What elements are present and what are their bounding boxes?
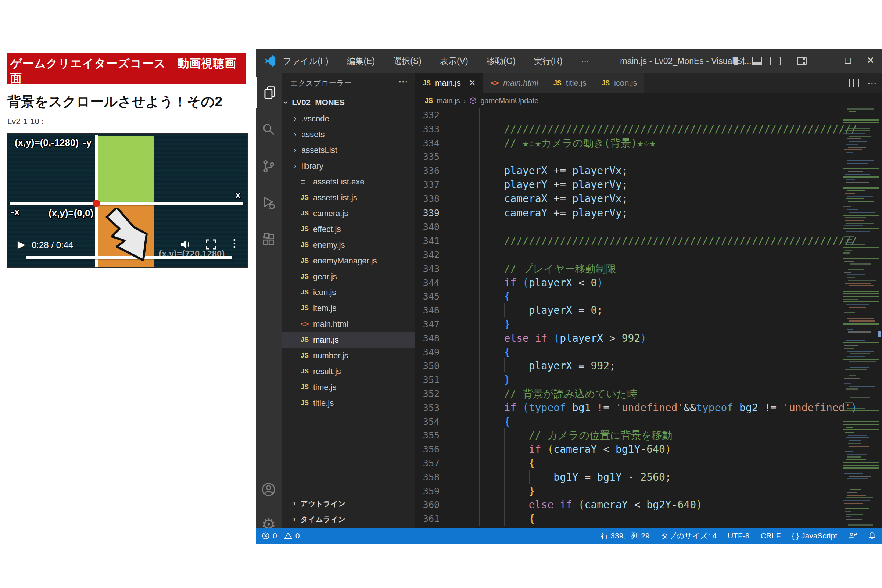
explorer-more-icon[interactable]: ⋯ — [398, 76, 408, 87]
code-line-348[interactable]: 348 else if (playerX > 992) — [415, 332, 882, 345]
scrollbar-thumb[interactable] — [878, 331, 881, 337]
close-tab-icon[interactable]: ✕ — [469, 78, 476, 88]
code-line-341[interactable]: 341 ////////////////////////////////////… — [415, 234, 882, 248]
maximize-button[interactable]: □ — [836, 49, 859, 73]
errors-icon[interactable] — [262, 532, 270, 540]
breadcrumb-file[interactable]: main.js — [436, 97, 460, 105]
file-row-time.js[interactable]: JStime.js — [282, 379, 415, 395]
code-line-337[interactable]: 337 playerY += playerVy; — [415, 178, 882, 192]
breadcrumb[interactable]: JS main.js › gameMainUpdate — [415, 93, 882, 108]
play-button[interactable]: ▶ — [18, 238, 26, 250]
split-editor-icon[interactable] — [849, 79, 859, 87]
file-row-assets[interactable]: ›assets — [282, 126, 415, 142]
file-row-camera.js[interactable]: JScamera.js — [282, 206, 415, 221]
tab-size[interactable]: タブのサイズ: 4 — [661, 531, 717, 541]
notifications-bell-icon[interactable] — [868, 531, 876, 540]
code-line-359[interactable]: 359 } — [415, 484, 882, 498]
tab-title.js[interactable]: JStitle.js — [546, 73, 594, 93]
tab-icon.js[interactable]: JSicon.js — [594, 73, 645, 93]
file-row-.vscode[interactable]: ›.vscode — [282, 111, 415, 126]
file-row-enemy.js[interactable]: JSenemy.js — [282, 237, 415, 253]
customize-layout-icon[interactable] — [797, 57, 807, 65]
code-line-340[interactable]: 340 — [415, 220, 882, 234]
encoding[interactable]: UTF-8 — [728, 531, 750, 540]
code-line-351[interactable]: 351 } — [415, 373, 882, 387]
code-line-350[interactable]: 350 playerX = 992; — [415, 359, 882, 373]
tab-main.js[interactable]: JSmain.js✕ — [415, 73, 483, 93]
toggle-panel-icon[interactable] — [752, 57, 762, 65]
file-row-main.js[interactable]: JSmain.js — [282, 332, 415, 348]
file-row-title.js[interactable]: JStitle.js — [282, 395, 415, 411]
code-line-339[interactable]: 339 cameraY += playerVy; — [415, 206, 882, 220]
run-debug-icon[interactable] — [256, 187, 282, 219]
tab-main.html[interactable]: <>main.html — [483, 73, 546, 93]
code-line-361[interactable]: 361 { — [415, 512, 882, 526]
code-line-334[interactable]: 334 // ★☆★カメラの動き(背景)★☆★ — [415, 136, 882, 150]
code-line-360[interactable]: 360 else if (cameraY < bg2Y-640) — [415, 498, 882, 512]
file-row-assetsList[interactable]: ›assetsList — [282, 142, 415, 158]
timeline-section[interactable]: › タイムライン — [282, 511, 415, 527]
cursor-position[interactable]: 行 339、列 29 — [601, 531, 650, 541]
outline-section[interactable]: › アウトライン — [282, 495, 415, 511]
code-line-352[interactable]: 352 // 背景が読み込めていた時 — [415, 387, 882, 401]
toggle-secondary-sidebar-icon[interactable] — [770, 57, 781, 65]
code-line-354[interactable]: 354 { — [415, 415, 882, 429]
code-line-333[interactable]: 333 ////////////////////////////////////… — [415, 122, 882, 136]
file-row-result.js[interactable]: JSresult.js — [282, 363, 415, 379]
code-line-332[interactable]: 332 — [415, 108, 882, 122]
code-area[interactable]: 332333 /////////////////////////////////… — [415, 108, 882, 528]
minimize-button[interactable]: – — [814, 49, 836, 73]
file-row-library[interactable]: ›library — [282, 158, 415, 174]
code-line-358[interactable]: 358 bg1Y = bg1Y - 2560; — [415, 470, 882, 484]
file-row-number.js[interactable]: JSnumber.js — [282, 348, 415, 363]
feedback-icon[interactable] — [848, 531, 857, 540]
code-line-342[interactable]: 342 — [415, 248, 882, 262]
search-icon[interactable] — [256, 114, 282, 145]
code-line-345[interactable]: 345 { — [415, 290, 882, 303]
eol-sequence[interactable]: CRLF — [760, 531, 781, 540]
fullscreen-icon[interactable] — [206, 239, 216, 251]
volume-icon[interactable] — [180, 239, 192, 249]
file-row-assetsList.exe[interactable]: ≡assetsList.exe — [282, 174, 415, 190]
breadcrumb-symbol[interactable]: gameMainUpdate — [480, 97, 538, 105]
code-line-343[interactable]: 343 // プレイヤー移動制限 — [415, 262, 882, 276]
extensions-icon[interactable] — [256, 224, 282, 255]
toggle-sidebar-icon[interactable] — [734, 57, 744, 65]
editor-more-icon[interactable]: ⋯ — [867, 78, 877, 89]
video-menu-icon[interactable]: ⋮ — [230, 237, 240, 249]
video-player[interactable]: (x,y)=(720,1280) (x,y)=(0,-1280) -y -x (… — [7, 134, 248, 268]
menu-go[interactable]: 移動(G) — [485, 56, 517, 67]
menu-view[interactable]: 表示(V) — [438, 56, 470, 67]
code-line-346[interactable]: 346 playerX = 0; — [415, 303, 882, 318]
menu-run[interactable]: 実行(R) — [532, 56, 564, 67]
file-row-main.html[interactable]: <>main.html — [282, 316, 415, 332]
menu-selection[interactable]: 選択(S) — [392, 56, 423, 67]
warnings-icon[interactable] — [284, 532, 292, 540]
file-row-enemyManager.js[interactable]: JSenemyManager.js — [282, 253, 415, 268]
code-line-335[interactable]: 335 — [415, 150, 882, 164]
menu-file[interactable]: ファイル(F) — [282, 56, 330, 67]
file-row-gear.js[interactable]: JSgear.js — [282, 268, 415, 285]
file-row-effect.js[interactable]: JSeffect.js — [282, 221, 415, 237]
code-line-356[interactable]: 356 if (cameraY < bg1Y-640) — [415, 442, 882, 456]
source-control-icon[interactable] — [256, 150, 282, 182]
errors-count[interactable]: 0 — [273, 531, 277, 540]
file-row-item.js[interactable]: JSitem.js — [282, 300, 415, 316]
code-line-355[interactable]: 355 // カメラの位置に背景を移動 — [415, 429, 882, 442]
language-mode[interactable]: { } JavaScript — [792, 531, 837, 540]
code-line-344[interactable]: 344 if (playerX < 0) — [415, 276, 882, 290]
minimap[interactable] — [843, 108, 880, 528]
code-line-336[interactable]: 336 playerX += playerVx; — [415, 164, 882, 178]
code-line-338[interactable]: 338 cameraX += playerVx; — [415, 192, 882, 206]
file-row-icon.js[interactable]: JSicon.js — [282, 285, 415, 300]
account-icon[interactable] — [256, 474, 282, 506]
code-line-347[interactable]: 347 } — [415, 318, 882, 332]
close-button[interactable]: ✕ — [859, 49, 882, 73]
code-line-353[interactable]: 353 if (typeof bg1 != 'undefined'&&typeo… — [415, 401, 882, 415]
code-line-349[interactable]: 349 { — [415, 345, 882, 359]
file-row-assetsList.js[interactable]: JSassetsList.js — [282, 190, 415, 206]
warnings-count[interactable]: 0 — [296, 531, 300, 540]
root-folder-row[interactable]: › LV02_MONES — [282, 94, 415, 111]
menu-edit[interactable]: 編集(E) — [345, 56, 376, 67]
code-line-357[interactable]: 357 { — [415, 456, 882, 470]
